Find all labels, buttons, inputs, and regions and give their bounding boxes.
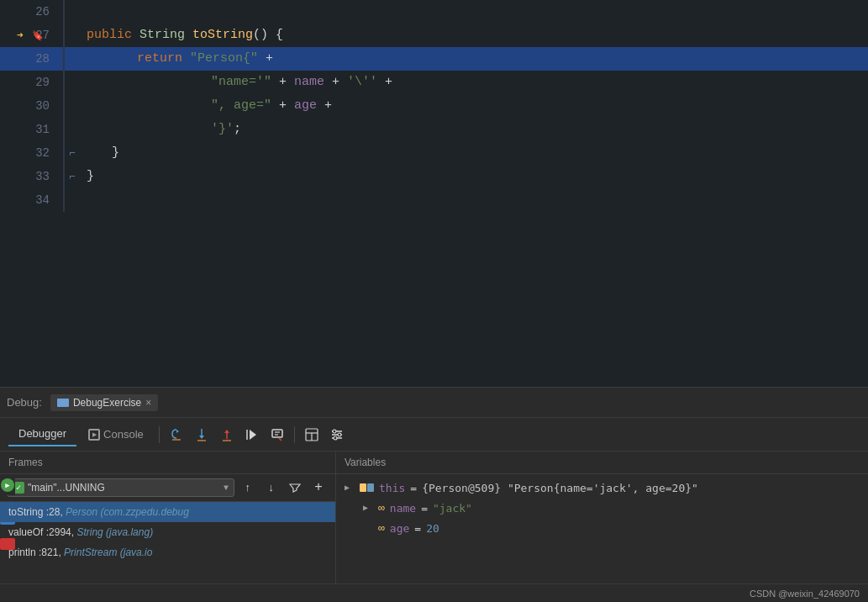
debug-tab-close[interactable]: × <box>145 397 151 409</box>
infinity-name-icon: ∞ <box>378 502 385 515</box>
line-31-content: '}'; <box>80 118 868 141</box>
thread-label: "main"...UNNING <box>28 482 220 494</box>
var-name-value: "jack" <box>433 502 472 515</box>
expand-name-icon[interactable]: ▶ <box>363 503 373 513</box>
code-line-32: 32 ⌐ } <box>0 141 868 165</box>
variables-list: ▶ this = {Person@509} "Person{name='jack… <box>336 474 868 584</box>
frame-content-tostring: toString :28, Person (com.zzpedu.debug <box>8 506 327 518</box>
var-name-name: name <box>390 502 416 515</box>
line-number-34: 34 <box>0 188 63 212</box>
fold-gutter-31 <box>65 118 80 141</box>
debug-settings-btn[interactable] <box>325 423 349 446</box>
var-age-value: 20 <box>426 522 439 535</box>
frame-line-tostring: :28, <box>46 506 66 518</box>
frame-item-valueof[interactable]: valueOf :2994, String (java.lang) <box>0 522 335 542</box>
line-number-27: ➜ 🔖 27 <box>0 24 63 47</box>
line-number-29: 29 <box>0 71 63 94</box>
frame-up-btn[interactable]: ↑ <box>238 478 258 498</box>
line-number-33: 33 <box>0 165 63 188</box>
expand-this-icon[interactable]: ▶ <box>345 483 355 493</box>
svg-point-17 <box>334 436 337 440</box>
var-this-value: {Person@509} "Person{name='jack', age=20… <box>422 482 698 494</box>
frame-class-tostring: Person <box>66 506 97 518</box>
fold-gutter-26 <box>65 0 80 24</box>
debug-label: Debug: <box>7 396 42 409</box>
frame-content-valueof: valueOf :2994, String (java.lang) <box>8 526 327 538</box>
var-name-equals: = <box>421 502 428 515</box>
code-line-31: 31 '}'; <box>0 118 868 141</box>
frames-panel: Frames ✓ "main"...UNNING ▼ ↑ ↓ + <box>0 452 336 584</box>
step-out-btn[interactable] <box>215 423 239 446</box>
variables-panel: Variables ▶ this = {Person@509} "Person{… <box>336 452 868 584</box>
code-line-28: 28 return "Person{" + <box>0 47 868 71</box>
frame-class-println: PrintStream <box>64 547 117 558</box>
fold-gutter-30 <box>65 94 80 118</box>
run-btn[interactable]: ▶ <box>1 478 14 492</box>
line-number-32: 32 <box>0 141 63 165</box>
line-number-26: 26 <box>0 0 63 24</box>
console-icon <box>88 429 100 441</box>
frame-down-btn[interactable]: ↓ <box>261 478 281 498</box>
frame-content-println: println :821, PrintStream (java.io <box>8 547 327 558</box>
var-age-equals: = <box>414 522 421 535</box>
line-32-content: } <box>80 141 868 165</box>
frame-method-valueof: valueOf <box>8 526 43 538</box>
table-view-btn[interactable] <box>300 423 324 446</box>
debugger-tab[interactable]: Debugger <box>8 422 76 446</box>
frame-add-btn[interactable]: + <box>308 478 329 498</box>
fold-gutter-27 <box>65 24 80 47</box>
obj-rect-1 <box>360 483 366 492</box>
frame-method-println: println <box>8 547 36 558</box>
frame-package-println: (java.io <box>120 547 153 558</box>
debug-tab-name: DebugExercise <box>73 397 141 409</box>
fold-gutter-32: ⌐ <box>65 141 80 165</box>
var-age-name: age <box>390 522 409 535</box>
line-33-content: } <box>80 165 868 188</box>
step-over-btn[interactable] <box>165 423 188 446</box>
frame-item-tostring[interactable]: toString :28, Person (com.zzpedu.debug <box>0 502 335 522</box>
line-26-content <box>80 0 868 24</box>
line-34-content <box>80 188 868 212</box>
evaluate-btn[interactable] <box>266 423 289 446</box>
object-type-icon <box>360 483 374 492</box>
frame-line-valueof: :2994, <box>46 526 77 538</box>
fold-gutter-34 <box>65 188 80 212</box>
line-28-content: return "Person{" + <box>80 47 868 71</box>
thread-dropdown-icon: ▼ <box>224 483 229 493</box>
frame-line-println: :821, <box>39 547 64 558</box>
var-name: ▶ ∞ name = "jack" <box>336 498 868 518</box>
svg-point-15 <box>333 430 336 433</box>
infinity-age-icon: ∞ <box>378 522 385 535</box>
code-line-27: ➜ 🔖 27 public String toString() { <box>0 24 868 47</box>
line-29-content: "name='" + name + '\'' + <box>80 71 868 94</box>
frames-toolbar: ✓ "main"...UNNING ▼ ↑ ↓ + <box>0 474 335 502</box>
bottom-bar: CSDN @weixin_42469070 <box>0 584 868 602</box>
line-27-content: public String toString() { <box>80 24 868 47</box>
line-number-28: 28 <box>0 47 63 71</box>
var-this-name: this <box>379 482 405 494</box>
svg-point-16 <box>338 433 341 436</box>
frame-item-println[interactable]: println :821, PrintStream (java.io <box>0 542 335 562</box>
debug-exercise-tab[interactable]: DebugExercise × <box>50 394 158 411</box>
variables-header: Variables <box>336 452 868 474</box>
run-to-cursor-btn[interactable] <box>240 423 264 446</box>
console-tab-label: Console <box>103 428 144 441</box>
frame-class-valueof: String <box>76 526 103 538</box>
frame-filter-btn[interactable] <box>285 478 305 498</box>
frame-package-valueof: (java.lang) <box>106 526 153 538</box>
fold-gutter-28 <box>65 47 80 71</box>
var-this: ▶ this = {Person@509} "Person{name='jack… <box>336 478 868 498</box>
debug-toolbar: Debugger Console <box>0 418 868 452</box>
step-into-btn[interactable] <box>190 423 213 446</box>
frames-list: toString :28, Person (com.zzpedu.debug v… <box>0 502 335 584</box>
obj-rect-2 <box>367 483 374 492</box>
fold-icon-32[interactable]: ⌐ <box>69 147 76 160</box>
var-this-equals: = <box>410 482 417 494</box>
code-line-34: 34 <box>0 188 868 212</box>
thread-selector[interactable]: ✓ "main"...UNNING ▼ <box>7 478 234 497</box>
console-tab[interactable]: Console <box>78 423 154 446</box>
watermark: CSDN @weixin_42469070 <box>750 589 860 599</box>
fold-icon-33[interactable]: ⌐ <box>69 171 76 183</box>
debug-header: Debug: DebugExercise × <box>0 388 868 418</box>
tab-window-icon <box>57 399 69 407</box>
